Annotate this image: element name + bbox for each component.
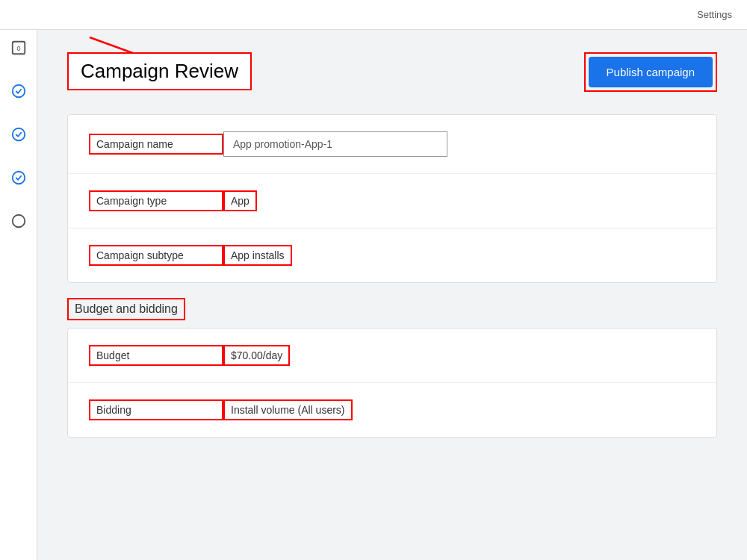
page-title: Campaign Review bbox=[81, 60, 238, 82]
budget-section-title: Budget and bidding bbox=[67, 298, 185, 320]
sidebar-icon-circle[interactable] bbox=[8, 211, 29, 231]
bidding-value: Install volume (All users) bbox=[223, 399, 353, 420]
campaign-name-input[interactable] bbox=[223, 131, 447, 157]
svg-point-3 bbox=[12, 128, 25, 141]
sidebar-icon-check-3[interactable] bbox=[8, 167, 29, 188]
bidding-row: Bidding Install volume (All users) bbox=[68, 383, 716, 437]
budget-value: $70.00/day bbox=[223, 345, 290, 366]
svg-point-2 bbox=[12, 85, 25, 98]
campaign-type-value: App bbox=[223, 190, 257, 211]
campaign-type-label: Campaign type bbox=[89, 190, 223, 211]
main-layout: 0 bbox=[0, 30, 747, 560]
bidding-label: Bidding bbox=[89, 399, 223, 420]
page-header: Campaign Review Publish campaign bbox=[67, 52, 717, 92]
content-area: Campaign Review Publish campaign Campaig… bbox=[37, 30, 747, 560]
sidebar-icon-check-1[interactable] bbox=[8, 81, 29, 102]
sidebar-icon-notification[interactable]: 0 bbox=[8, 37, 29, 58]
budget-section-header: Budget and bidding bbox=[67, 298, 717, 320]
sidebar: 0 bbox=[0, 30, 37, 560]
svg-point-4 bbox=[12, 172, 25, 184]
svg-point-5 bbox=[12, 215, 25, 228]
campaign-name-row: Campaign name bbox=[68, 115, 716, 174]
budget-label: Budget bbox=[89, 345, 223, 366]
campaign-type-row: Campaign type App bbox=[68, 174, 716, 228]
campaign-card: Campaign name Campaign type App Campaign… bbox=[67, 114, 717, 283]
campaign-name-label: Campaign name bbox=[89, 134, 223, 155]
sidebar-icon-check-2[interactable] bbox=[8, 124, 29, 145]
campaign-subtype-value: App installs bbox=[223, 245, 292, 266]
publish-campaign-button[interactable]: Publish campaign bbox=[589, 57, 713, 87]
budget-card: Budget $70.00/day Bidding Install volume… bbox=[67, 328, 717, 438]
campaign-subtype-row: Campaign subtype App installs bbox=[68, 228, 716, 282]
settings-link[interactable]: Settings bbox=[697, 9, 732, 20]
budget-row: Budget $70.00/day bbox=[68, 329, 716, 383]
svg-text:0: 0 bbox=[16, 45, 20, 52]
publish-button-wrapper: Publish campaign bbox=[584, 52, 717, 92]
campaign-subtype-label: Campaign subtype bbox=[89, 245, 223, 266]
page-title-box: Campaign Review bbox=[67, 52, 252, 90]
top-bar: Settings bbox=[0, 0, 747, 30]
